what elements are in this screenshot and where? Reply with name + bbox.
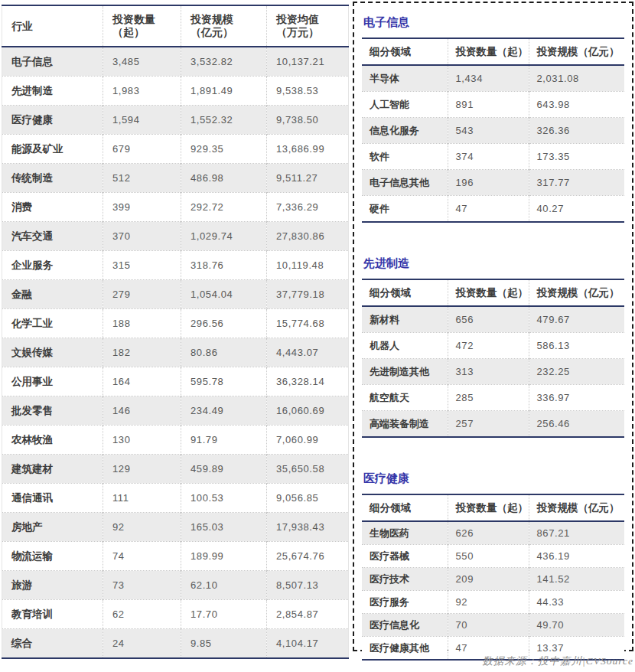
scale-cell: 100.53 [181,484,267,513]
count-cell: 3,485 [103,47,181,77]
avg-cell: 10,119.48 [267,251,349,280]
subfield-cell: 高端装备制造 [362,411,448,438]
avg-cell: 17,938.43 [267,513,349,542]
advanced-manufacturing-table: 细分领域 投资数量（起） 投资规模（亿元） 新材料656479.67 机器人47… [362,279,624,438]
count-cell: 47 [448,196,529,223]
scale-cell: 256.46 [529,411,624,438]
count-cell: 512 [103,164,181,193]
avg-cell: 9,056.85 [267,484,349,513]
col-header-count: 投资数量（起） [448,279,529,306]
avg-cell: 25,674.76 [267,542,349,571]
table-row: 机器人472586.13 [362,333,624,359]
col-header-count-line1: 投资数量 [112,13,176,26]
avg-cell: 4,104.17 [267,629,349,659]
subtable-header-row: 细分领域 投资数量（起） 投资规模（亿元） [362,279,624,306]
table-row: 旅游7362.108,507.13 [2,571,349,600]
count-cell: 62 [103,600,181,629]
subfield-cell: 生物医药 [362,521,448,545]
industry-cell: 物流运输 [2,542,103,571]
col-header-scale: 投资规模（亿元） [529,38,624,65]
subtable-header-row: 细分领域 投资数量（起） 投资规模（亿元） [362,38,624,65]
scale-cell: 643.98 [529,92,624,118]
table-row: 软件374173.35 [362,144,624,170]
table-row: 公用事业164595.7836,328.14 [2,367,349,396]
subtable-header-row: 细分领域 投资数量（起） 投资规模（亿元） [362,494,624,521]
table-row: 建筑建材129459.8935,650.58 [2,455,349,484]
subfield-cell: 医疗器械 [362,545,448,568]
industry-cell: 消费 [2,193,103,222]
col-header-count: 投资数量（起） [448,494,529,521]
industry-cell: 企业服务 [2,251,103,280]
table-row: 医疗器械550436.19 [362,545,624,568]
industry-cell: 房地产 [2,513,103,542]
count-cell: 92 [103,513,181,542]
scale-cell: 292.72 [181,193,267,222]
count-cell: 73 [103,571,181,600]
table-row: 批发零售146234.4916,060.69 [2,396,349,426]
count-cell: 285 [448,385,529,411]
count-cell: 24 [103,629,181,659]
count-cell: 374 [448,144,529,170]
table-row: 化学工业188296.5615,774.68 [2,309,349,338]
subfield-cell: 机器人 [362,333,448,359]
subfield-cell: 软件 [362,144,448,170]
scale-cell: 1,552.32 [181,106,267,135]
industry-cell: 综合 [2,629,103,659]
industry-cell: 汽车交通 [2,222,103,251]
industry-cell: 教育培训 [2,600,103,629]
table-row: 房地产92165.0317,938.43 [2,513,349,542]
subfield-cell: 航空航天 [362,385,448,411]
scale-cell: 326.36 [529,118,624,144]
subfield-cell: 半导体 [362,65,448,92]
avg-cell: 13,686.99 [267,135,349,164]
subfield-cell: 硬件 [362,196,448,223]
industry-cell: 电子信息 [2,47,103,77]
section-title: 电子信息 [363,15,624,30]
subfield-cell: 人工智能 [362,92,448,118]
count-cell: 188 [103,309,181,338]
count-cell: 679 [103,135,181,164]
scale-cell: 2,031.08 [529,65,624,92]
col-header-scale: 投资规模（亿元） [529,494,624,521]
industry-table-header-row: 行业 投资数量 （起） 投资规模 （亿元） 投资均值 （万元） [2,5,349,47]
table-row: 企业服务315318.7610,119.48 [2,251,349,280]
table-row: 半导体1,4342,031.08 [362,65,624,92]
subfield-cell: 医疗信息化 [362,614,448,637]
section-medical-health: 医疗健康 细分领域 投资数量（起） 投资规模（亿元） 生物医药626867.21… [362,471,624,661]
scale-cell: 867.21 [529,521,624,545]
table-row: 医疗信息化7049.70 [362,614,624,637]
table-row: 教育培训6217.702,854.87 [2,600,349,629]
scale-cell: 141.52 [529,568,624,591]
table-row: 通信通讯111100.539,056.85 [2,484,349,513]
count-cell: 196 [448,170,529,196]
table-row: 医疗健康1,5941,552.329,738.50 [2,106,349,135]
avg-cell: 10,137.21 [267,47,349,77]
count-cell: 1,434 [448,65,529,92]
count-cell: 209 [448,568,529,591]
count-cell: 111 [103,484,181,513]
scale-cell: 486.98 [181,164,267,193]
count-cell: 74 [103,542,181,571]
subfield-cell: 医疗技术 [362,568,448,591]
avg-cell: 9,538.53 [267,77,349,106]
industry-cell: 金融 [2,280,103,309]
count-cell: 129 [103,455,181,484]
count-cell: 891 [448,92,529,118]
table-row: 综合249.854,104.17 [2,629,349,659]
section-electronic-information: 电子信息 细分领域 投资数量（起） 投资规模（亿元） 半导体1,4342,031… [362,15,624,223]
section-title: 医疗健康 [363,471,624,486]
industry-cell: 先进制造 [2,77,103,106]
count-cell: 1,594 [103,106,181,135]
scale-cell: 17.70 [181,600,267,629]
scale-cell: 44.33 [529,591,624,614]
scale-cell: 1,054.04 [181,280,267,309]
avg-cell: 15,774.68 [267,309,349,338]
avg-cell: 16,060.69 [267,396,349,426]
avg-cell: 37,779.18 [267,280,349,309]
industry-cell: 文娱传媒 [2,338,103,367]
count-cell: 92 [448,591,529,614]
count-cell: 315 [103,251,181,280]
industry-cell: 医疗健康 [2,106,103,135]
scale-cell: 234.49 [181,396,267,426]
table-row: 信息化服务543326.36 [362,118,624,144]
